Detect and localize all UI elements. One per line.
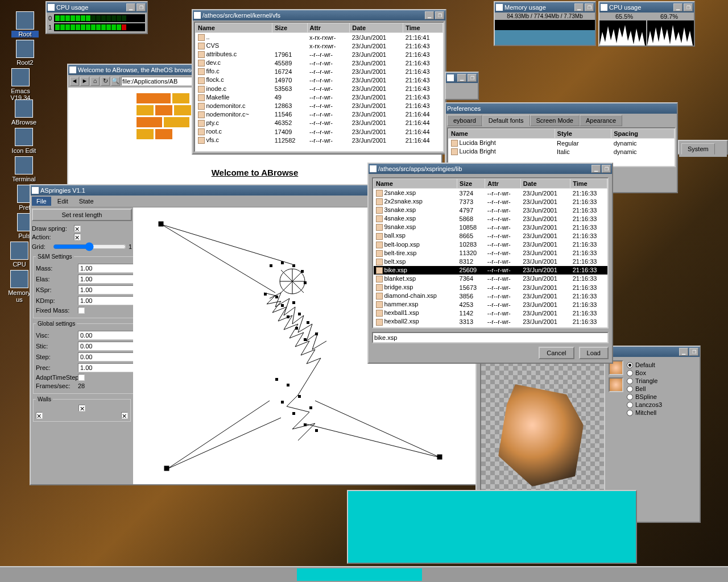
desktop-icon-icon-edit[interactable]: Icon Edit (10, 128, 38, 154)
action-check[interactable]: ✕ (74, 234, 81, 240)
table-row[interactable]: root.c17409--r--r-wr-23/Jun/200121:16:44 (196, 127, 443, 136)
radio-box[interactable] (627, 370, 633, 376)
tab-system[interactable]: System (681, 143, 715, 155)
maximize-button[interactable]: ❐ (689, 348, 698, 356)
radio-default[interactable] (627, 362, 633, 368)
radio-bell[interactable] (627, 386, 633, 392)
table-row[interactable]: Lucida BrightItalicdynamic (449, 147, 675, 156)
col-header[interactable]: Size (457, 179, 485, 189)
mass-input[interactable] (78, 264, 133, 273)
reload-button[interactable]: ↻ (101, 77, 110, 86)
table-row[interactable]: 4snake.xsp5868--r--r-wr-23/Jun/200121:16… (374, 214, 607, 223)
radio-lanczos3[interactable] (627, 402, 633, 408)
table-row[interactable]: belt.xsp8312--r--r-wr-23/Jun/200121:16:3… (374, 257, 607, 266)
set-rest-button[interactable]: Set rest length (32, 209, 132, 221)
step-input[interactable] (78, 352, 133, 361)
col-header[interactable]: Style (555, 129, 611, 139)
table-row[interactable]: hammer.xsp4253--r--r-wr-23/Jun/200121:16… (374, 300, 607, 309)
col-header[interactable]: Time (403, 23, 443, 33)
file-list[interactable]: NameSizeAttrDateTime..x-rx-rxwr-23/Jun/2… (194, 22, 444, 152)
desktop-icon-abrowse[interactable]: ABrowse (10, 99, 38, 126)
table-row[interactable]: nodemonitor.c~11546--r--r-wr-23/Jun/2001… (196, 110, 443, 119)
taskbar-item[interactable] (297, 568, 422, 581)
visc-input[interactable] (78, 331, 133, 340)
draw-spring-check[interactable]: ✕ (74, 225, 81, 232)
cancel-button[interactable]: Cancel (539, 347, 574, 359)
fonts-list[interactable]: NameStyleSpacingLucida BrightRegulardyna… (447, 127, 676, 167)
minimize-button[interactable]: ▁ (592, 165, 601, 173)
peek-titlebar[interactable]: ▁❐ (446, 73, 478, 83)
table-row[interactable]: 3snake.xsp4797--r--r-wr-23/Jun/200121:16… (374, 206, 607, 214)
table-row[interactable]: ..x-rx-rxwr-23/Jun/200121:16:41 (196, 33, 443, 42)
radio-triangle[interactable] (627, 378, 633, 384)
cpu-usage-titlebar[interactable]: CPU usage▁❐ (47, 2, 147, 13)
tab-apearance[interactable]: Apearance (580, 115, 622, 126)
menu-edit[interactable]: Edit (53, 197, 73, 206)
prec-input[interactable] (78, 363, 133, 372)
stic-input[interactable] (78, 342, 133, 351)
table-row[interactable]: ball.xsp8665--r--r-wr-23/Jun/200121:16:3… (374, 231, 607, 240)
minimize-button[interactable]: ▁ (673, 3, 682, 11)
table-row[interactable]: inode.c53563--r--r-wr-23/Jun/200121:16:4… (196, 85, 443, 93)
maximize-button[interactable]: ❐ (435, 11, 444, 19)
tab-screen-mode[interactable]: Screen Mode (530, 115, 580, 126)
maximize-button[interactable]: ❐ (468, 74, 477, 82)
elas-input[interactable] (78, 275, 133, 284)
table-row[interactable]: Makefile49--r--r-wr-23/Jun/200121:16:43 (196, 93, 443, 102)
table-row[interactable]: hexball1.xsp1142--r--r-wr-23/Jun/200121:… (374, 309, 607, 317)
table-row[interactable]: belt-tire.xsp11320--r--r-wr-23/Jun/20012… (374, 249, 607, 257)
table-row[interactable]: 2snake.xsp3724--r--r-wr-23/Jun/200121:16… (374, 189, 607, 198)
table-row[interactable]: hexball3.xsp6538--r--r-wr-23/Jun/200121:… (374, 326, 607, 329)
taskbar[interactable] (0, 566, 728, 582)
desktop-icon-terminal[interactable]: Terminal (10, 156, 38, 182)
load-button[interactable]: Load (579, 347, 609, 359)
memory-titlebar[interactable]: Memory usage▁❐ (495, 2, 595, 13)
table-row[interactable]: nodemonitor.c12863--r--r-wr-23/Jun/20012… (196, 102, 443, 110)
filedlg-titlebar[interactable]: /atheos/src/apps/xspringies/lib▁❐ (369, 164, 612, 174)
menu-file[interactable]: File (32, 197, 51, 206)
table-row[interactable]: CVSx-rx-rxwr-23/Jun/200121:16:43 (196, 41, 443, 50)
table-row[interactable]: hexball2.xsp3313--r--r-wr-23/Jun/200121:… (374, 317, 607, 326)
forward-button[interactable]: ► (80, 77, 89, 86)
col-header[interactable]: Time (570, 179, 607, 189)
minimize-button[interactable]: ▁ (457, 74, 466, 82)
table-row[interactable]: vfs.c112582--r--r-wr-23/Jun/200121:16:44 (196, 136, 443, 144)
col-header[interactable]: Size (272, 23, 307, 33)
adapt-check[interactable] (78, 374, 85, 381)
filename-input[interactable] (372, 332, 609, 343)
col-header[interactable]: Spacing (611, 129, 675, 139)
col-header[interactable]: Attr (307, 23, 350, 33)
col-header[interactable]: Name (196, 23, 272, 33)
table-row[interactable]: bridge.xsp15673--r--r-wr-23/Jun/200121:1… (374, 283, 607, 292)
table-row[interactable]: blanket.xsp7364--r--r-wr-23/Jun/200121:1… (374, 275, 607, 283)
minimize-button[interactable]: ▁ (425, 11, 434, 19)
table-row[interactable]: diamond-chain.xsp3856--r--r-wr-23/Jun/20… (374, 292, 607, 300)
kspr-input[interactable] (78, 285, 133, 294)
file-list[interactable]: NameSizeAttrDateTime2snake.xsp3724--r--r… (372, 177, 609, 329)
col-header[interactable]: Date (520, 179, 570, 189)
col-header[interactable]: Attr (485, 179, 520, 189)
desktop-icon-root[interactable]: Root (11, 11, 39, 38)
kdmp-input[interactable] (78, 296, 133, 305)
home-button[interactable]: ⌂ (90, 77, 100, 86)
maximize-button[interactable]: ❐ (602, 165, 611, 173)
minimize-button[interactable]: ▁ (679, 348, 688, 356)
tab-default-fonts[interactable]: Default fonts (482, 115, 530, 126)
radio-bspline[interactable] (627, 394, 633, 400)
cpu2-titlebar[interactable]: CPU usage▁❐ (599, 2, 694, 13)
prefs-titlebar[interactable]: Preferences (446, 103, 677, 114)
radio-mitchell[interactable] (627, 410, 633, 416)
maximize-button[interactable]: ❐ (136, 3, 146, 11)
desktop-icon-memory-us[interactable]: Memory us (6, 270, 33, 303)
table-row[interactable]: 2x2snake.xsp7373--r--r-wr-23/Jun/200121:… (374, 197, 607, 206)
find-button[interactable]: 🔍 (111, 77, 120, 86)
table-row[interactable]: pty.c46352--r--r-wr-23/Jun/200121:16:44 (196, 119, 443, 127)
minimize-button[interactable]: ▁ (126, 3, 135, 11)
menu-state[interactable]: State (75, 197, 98, 206)
fixed-check[interactable] (78, 307, 85, 314)
table-row[interactable]: 9snake.xsp10858--r--r-wr-23/Jun/200121:1… (374, 223, 607, 231)
table-row[interactable]: dev.c45589--r--r-wr-23/Jun/200121:16:43 (196, 59, 443, 67)
vfs-titlebar[interactable]: /atheos/src/kernel/kernel/vfs▁❐ (193, 10, 445, 20)
table-row[interactable]: attributes.c17961--r--r-wr-23/Jun/200121… (196, 50, 443, 59)
table-row[interactable]: belt-loop.xsp10283--r--r-wr-23/Jun/20012… (374, 240, 607, 249)
